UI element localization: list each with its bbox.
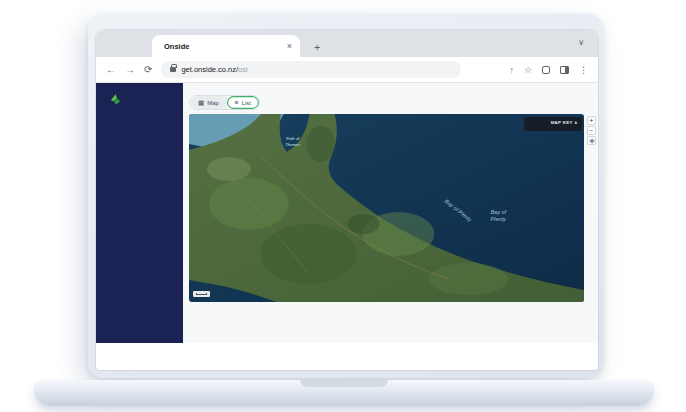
onside-logo-icon [109, 93, 122, 106]
main-panel: ▦ Map ≡ List [183, 83, 598, 343]
browser-tab[interactable]: Onside × [152, 35, 300, 57]
forward-button[interactable]: → [125, 64, 135, 75]
label-bay-line2: Plenty [491, 216, 507, 222]
label-firth-line1: Firth of [286, 136, 300, 141]
map-svg: Firth of Thames Bay of Plenty Bay of Ple… [189, 114, 584, 302]
label-bay-line1: Bay of [490, 209, 506, 215]
laptop-notch [300, 380, 388, 387]
reload-button[interactable]: ⟳ [144, 64, 152, 75]
extensions-icon[interactable] [542, 66, 550, 74]
minimize-window-button[interactable] [126, 40, 135, 49]
browser-window: Onside × + ∨ ← → ⟳ get.onside.co.nz/osi … [96, 30, 598, 370]
compass-needle-icon [589, 138, 595, 144]
label-firth-line2: Thames [285, 142, 301, 147]
map-zoom-controls: + − [587, 116, 596, 145]
address-bar: ← → ⟳ get.onside.co.nz/osi ↑ ☆ ⋮ [96, 57, 598, 83]
url-text: get.onside.co.nz/osi [181, 65, 247, 74]
new-tab-button[interactable]: + [314, 41, 320, 53]
view-toggle: ▦ Map ≡ List [189, 95, 260, 110]
back-button[interactable]: ← [106, 64, 116, 75]
toolbar-actions: ↑ ☆ ⋮ [509, 65, 588, 75]
url-field[interactable]: get.onside.co.nz/osi [161, 61, 461, 78]
chevron-down-icon[interactable]: ∨ [578, 38, 584, 47]
map-key-title[interactable]: MAP KEY ∧ [528, 120, 578, 125]
zoom-in-button[interactable]: + [587, 116, 596, 125]
map-toolbar: ▦ Map ≡ List [189, 95, 598, 110]
map-scale-bar [193, 291, 210, 297]
map-gutter: + − [584, 114, 598, 302]
list-icon: ≡ [235, 99, 239, 106]
lock-icon [170, 67, 176, 72]
page-content: ▦ Map ≡ List [96, 83, 598, 370]
app-sidebar [96, 83, 183, 343]
zoom-out-button[interactable]: − [587, 126, 596, 135]
maximize-window-button[interactable] [142, 40, 151, 49]
browser-menu-icon[interactable]: ⋮ [579, 65, 588, 75]
map-key-panel: MAP KEY ∧ [524, 117, 582, 131]
list-view-button[interactable]: ≡ List [227, 96, 259, 109]
tab-title: Onside [164, 42, 287, 51]
laptop-base [34, 380, 654, 406]
share-icon[interactable]: ↑ [509, 65, 514, 75]
map-canvas[interactable]: Firth of Thames Bay of Plenty Bay of Ple… [189, 114, 584, 302]
map-icon: ▦ [198, 99, 204, 107]
tab-strip: Onside × + ∨ [96, 30, 598, 57]
onside-logo [109, 93, 173, 106]
window-controls [110, 40, 151, 49]
map-row: Firth of Thames Bay of Plenty Bay of Ple… [189, 114, 598, 302]
tab-close-icon[interactable]: × [287, 41, 292, 51]
map-view-button[interactable]: ▦ Map [190, 96, 227, 109]
close-window-button[interactable] [110, 40, 119, 49]
bookmark-star-icon[interactable]: ☆ [524, 65, 532, 75]
side-panel-icon[interactable] [560, 66, 569, 74]
compass-button[interactable] [587, 136, 596, 145]
